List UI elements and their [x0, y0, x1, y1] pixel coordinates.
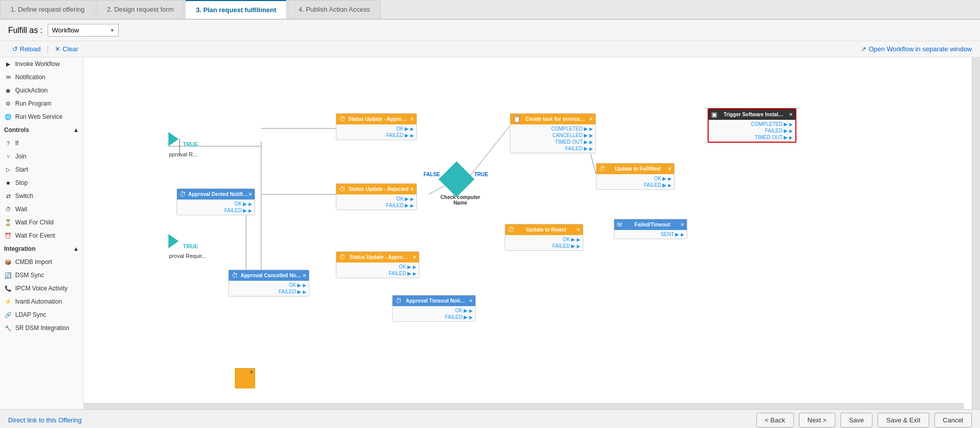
stop-icon: ■ — [4, 179, 12, 187]
wait-child-icon: ⏳ — [4, 218, 12, 226]
close-icon-failed-timeout[interactable]: ✕ — [680, 222, 684, 227]
link-ok-approval-c[interactable]: OK ▶ — [339, 264, 416, 270]
sidebar-item-notification[interactable]: ✉ Notification — [0, 71, 83, 84]
sidebar-item-invoke-workflow[interactable]: ▶ Invoke Workflow — [0, 57, 83, 71]
node-failed-timeout[interactable]: ✉ Failed/Timeout ✕ SENT ▶ — [614, 219, 687, 239]
question-icon: ? — [4, 139, 12, 147]
vertical-scrollbar[interactable] — [972, 57, 980, 409]
sidebar-item-ivanti-auto[interactable]: ⚡ Ivanti Automation — [0, 295, 83, 308]
node-status-rejected[interactable]: ⏱ Status Update - Rejected ✕ OK ▶ FAILED… — [336, 183, 417, 210]
link-failed-task[interactable]: FAILED ▶ — [513, 145, 593, 152]
envelope-icon: ✉ — [4, 73, 12, 81]
link-failed-rejected[interactable]: FAILED ▶ — [339, 202, 414, 209]
fulfill-select-wrapper[interactable]: Workflow — [48, 24, 119, 37]
sidebar-item-run-program[interactable]: ⚙ Run Program — [0, 97, 83, 110]
link-timedout-task[interactable]: TIMED OUT ▶ — [513, 139, 593, 145]
link-ok-approved[interactable]: OK ▶ — [339, 125, 414, 132]
close-icon-denied[interactable]: ✕ — [248, 191, 252, 197]
fulfill-select[interactable]: Workflow — [48, 24, 119, 37]
back-button[interactable]: < Back — [756, 413, 794, 427]
close-icon-approved[interactable]: ✕ — [410, 116, 414, 122]
node-trigger-sw[interactable]: ▣ Trigger Software Installatio... ✕ COMP… — [708, 108, 796, 143]
link-cancelled-task[interactable]: CANCELLED ▶ — [513, 132, 593, 139]
link-failed-reject[interactable]: FAILED ▶ — [508, 243, 580, 249]
node-create-task[interactable]: 📋 Create task for service agent ✕ COMPLE… — [510, 113, 596, 153]
node-approval-timeout[interactable]: ⏱ Approval Timeout Notificat... ✕ OK ▶ F… — [392, 295, 476, 322]
sidebar-item-if[interactable]: ? If — [0, 137, 83, 150]
link-timedout-sw[interactable]: TIMED OUT ▶ — [711, 134, 793, 141]
link-ok-timeout-notif[interactable]: OK ▶ — [395, 307, 473, 314]
close-icon-reject[interactable]: ✕ — [576, 227, 580, 233]
horizontal-scrollbar[interactable] — [84, 403, 964, 409]
close-icon-fulfilled[interactable]: ✕ — [668, 166, 672, 172]
sidebar-section-controls[interactable]: Controls ▲ — [0, 123, 83, 137]
link-ok-reject[interactable]: OK ▶ — [508, 236, 580, 243]
save-button[interactable]: Save — [841, 413, 873, 427]
sidebar: ▶ Invoke Workflow ✉ Notification ◉ Quick… — [0, 57, 84, 409]
tab-plan-fulfillment[interactable]: 3. Plan request fulfillment — [185, 0, 287, 19]
link-failed-approval-c[interactable]: FAILED ▶ — [339, 270, 416, 277]
link-ok-fulfilled[interactable]: OK ▶ — [599, 175, 672, 182]
node-update-reject[interactable]: ⏱ Update to Reject ✕ OK ▶ FAILED ▶ — [505, 224, 583, 251]
close-icon-approval-c[interactable]: ✕ — [412, 254, 416, 260]
sidebar-item-start[interactable]: ▷ Start — [0, 163, 83, 176]
close-icon-rejected[interactable]: ✕ — [410, 186, 414, 192]
link-sent-failed-timeout[interactable]: SENT ▶ — [617, 231, 684, 238]
link-ok-rejected[interactable]: OK ▶ — [339, 195, 414, 202]
open-workflow-link[interactable]: ↗ Open Workflow in separate window — [861, 45, 972, 53]
node-status-approved[interactable]: ⏱ Status Update - Approved ✕ OK ▶ FAILED… — [336, 113, 417, 140]
close-icon-cancelled[interactable]: ✕ — [302, 273, 306, 278]
link-failed-fulfilled[interactable]: FAILED ▶ — [599, 182, 672, 188]
diamond-check-computer[interactable]: Check computer Name TRUE FALSE — [444, 167, 469, 192]
sidebar-item-run-web-service[interactable]: 🌐 Run Web Service — [0, 110, 83, 123]
close-icon-create-task[interactable]: ✕ — [589, 116, 593, 122]
close-icon-bottom-orange[interactable]: ✕ — [250, 370, 254, 375]
node-approval-cancelled[interactable]: ⏱ Approval Cancelled Notific... ✕ OK ▶ F… — [228, 270, 309, 297]
top-tabs: 1. Define request offering 2. Design req… — [0, 0, 980, 20]
link-completed-sw[interactable]: COMPLETED ▶ — [711, 121, 793, 127]
direct-link-button[interactable]: Direct link to this Offering — [8, 416, 82, 424]
node-status-approval-c[interactable]: ⏱ Status Update - Approval C... ✕ OK ▶ F… — [336, 251, 419, 278]
tab-design-form[interactable]: 2. Design request form — [96, 0, 185, 19]
clear-button[interactable]: ✕ Clear — [51, 43, 82, 55]
sidebar-item-dsm-sync[interactable]: 🔄 DSM Sync — [0, 269, 83, 282]
workflow-canvas-wrapper[interactable]: TRUE pproval R... TRUE proval Requir... … — [84, 57, 972, 409]
controls-collapse-icon: ▲ — [73, 126, 79, 134]
sidebar-item-quickaction[interactable]: ◉ QuickAction — [0, 84, 83, 97]
save-exit-button[interactable]: Save & Exit — [878, 413, 929, 427]
link-ok-denied[interactable]: OK ▶ — [180, 201, 252, 207]
cancel-button[interactable]: Cancel — [934, 413, 972, 427]
external-link-icon: ↗ — [861, 45, 866, 53]
dsm-icon: 🔄 — [4, 271, 12, 279]
next-button[interactable]: Next > — [799, 413, 835, 427]
sidebar-item-cmdb-import[interactable]: 📦 CMDB Import — [0, 255, 83, 269]
link-failed-denied[interactable]: FAILED ▶ — [180, 207, 252, 214]
sidebar-item-sr-dsm[interactable]: 🔧 SR DSM Integration — [0, 321, 83, 335]
node-bottom-orange[interactable]: ✕ — [235, 368, 255, 388]
tab-define-request[interactable]: 1. Define request offering — [0, 0, 95, 19]
link-failed-cancelled[interactable]: FAILED ▶ — [231, 288, 306, 295]
reload-button[interactable]: ↺ Reload — [8, 43, 45, 55]
fulfill-label: Fulfill as : — [8, 26, 43, 35]
sidebar-item-wait-for-event[interactable]: ⏰ Wait For Event — [0, 229, 83, 242]
sidebar-item-wait[interactable]: ⏱ Wait — [0, 203, 83, 216]
tab-publish-access[interactable]: 4. Publish Action Access — [288, 0, 380, 19]
node-update-fulfilled[interactable]: ⏱ Update to Fullfilled ✕ OK ▶ FAILED ▶ — [596, 163, 675, 190]
link-failed-timeout-notif[interactable]: FAILED ▶ — [395, 314, 473, 320]
sidebar-item-switch[interactable]: ⇄ Switch — [0, 189, 83, 203]
sidebar-item-stop[interactable]: ■ Stop — [0, 176, 83, 189]
sidebar-item-ipcm-voice[interactable]: 📞 IPCM Voice Activity — [0, 282, 83, 295]
sidebar-item-ldap-sync[interactable]: 🔗 LDAP Sync — [0, 308, 83, 321]
sidebar-item-wait-for-child[interactable]: ⏳ Wait For Child — [0, 216, 83, 229]
sidebar-item-join[interactable]: ⑂ Join — [0, 150, 83, 163]
close-icon-trigger-sw[interactable]: ✕ — [789, 112, 793, 117]
node-approval-denied[interactable]: ⏱ Approval Denied Notificati... ✕ OK ▶ F… — [177, 188, 255, 215]
link-completed-task[interactable]: COMPLETED ▶ — [513, 125, 593, 132]
workflow-connectors — [84, 57, 794, 409]
link-failed-approved[interactable]: FAILED ▶ — [339, 132, 414, 139]
link-failed-sw[interactable]: FAILED ▶ — [711, 127, 793, 134]
close-icon-timeout-notif[interactable]: ✕ — [469, 298, 473, 304]
link-ok-cancelled[interactable]: OK ▶ — [231, 282, 306, 288]
ivanti-icon: ⚡ — [4, 298, 12, 306]
sidebar-section-integration[interactable]: Integration ▲ — [0, 242, 83, 255]
